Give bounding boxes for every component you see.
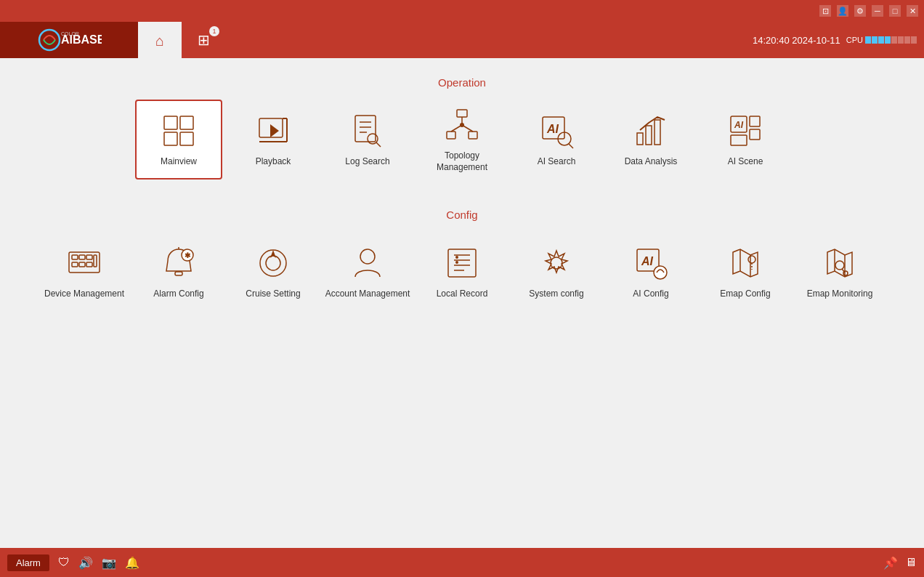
account-management-icon [348, 243, 387, 283]
local-record-icon [442, 243, 482, 283]
header-right: 14:20:40 2024-10-11 CPU [753, 35, 924, 46]
emap-config-icon [726, 243, 765, 283]
system-config-item[interactable]: System config [513, 232, 600, 312]
svg-rect-43 [86, 262, 92, 267]
svg-rect-5 [164, 132, 177, 145]
taskbar: Alarm 🛡 🔊 📷 🔔 📌 🖥 [0, 548, 924, 577]
topology-icon [442, 105, 482, 145]
svg-rect-20 [469, 132, 477, 139]
svg-point-51 [360, 249, 375, 264]
user-icon[interactable]: 👤 [837, 5, 848, 17]
emap-monitoring-item[interactable]: Emap Monitoring [796, 232, 883, 312]
taskbar-left: Alarm 🛡 🔊 📷 🔔 [7, 554, 139, 571]
ai-config-item[interactable]: AI AI Config [607, 232, 694, 312]
svg-point-57 [455, 256, 458, 259]
operation-grid: Mainview Playback Log Search [22, 100, 902, 179]
config-title: Config [22, 209, 902, 221]
grid-icon: ⊞ [198, 31, 210, 49]
data-analysis-icon [631, 111, 670, 150]
account-management-item[interactable]: Account Management [324, 232, 411, 312]
svg-rect-29 [637, 133, 643, 145]
cpu-block-4 [885, 36, 891, 44]
operation-section: Operation Mainview Playback [22, 58, 902, 179]
svg-point-65 [748, 256, 755, 263]
cruise-setting-label: Cruise Setting [246, 288, 300, 300]
cpu-block-6 [898, 36, 904, 44]
header: AIBASE COLOR ⌂ ⊞ 1 14:20:40 2024-10-11 C… [0, 22, 924, 58]
svg-rect-41 [72, 262, 78, 267]
cpu-block-7 [904, 36, 910, 44]
nav-tab-grid[interactable]: ⊞ 1 [182, 22, 225, 58]
svg-text:AI: AI [546, 123, 559, 135]
playback-item[interactable]: Playback [230, 100, 317, 179]
svg-rect-40 [86, 255, 92, 259]
taskbar-sound-icon[interactable]: 🔊 [78, 556, 93, 570]
log-search-item[interactable]: Log Search [324, 100, 411, 179]
cpu-block-3 [878, 36, 884, 44]
taskbar-pin-icon[interactable]: 📌 [883, 556, 898, 570]
data-analysis-item[interactable]: Data Analysis [607, 100, 694, 179]
cpu-block-5 [891, 36, 897, 44]
nav-tab-home[interactable]: ⌂ [138, 22, 182, 58]
svg-line-17 [376, 142, 381, 147]
svg-rect-3 [164, 116, 177, 129]
topology-management-item[interactable]: Topology Management [418, 100, 506, 179]
cpu-block-8 [911, 36, 917, 44]
alarm-config-label: Alarm Config [153, 288, 203, 300]
monitor-icon[interactable]: ⊡ [819, 5, 831, 17]
svg-rect-46 [175, 272, 182, 275]
datetime-label: 14:20:40 2024-10-11 [753, 35, 840, 46]
config-grid: Device Management ✱ Alarm Config Cruise … [22, 232, 902, 312]
cpu-block-2 [872, 36, 878, 44]
ai-scene-item[interactable]: AI AI Scene [702, 100, 789, 179]
titlebar: ⊡ 👤 ⚙ ─ □ ✕ [0, 0, 924, 22]
svg-point-0 [39, 30, 60, 50]
svg-text:AI: AI [641, 255, 654, 267]
svg-rect-38 [72, 255, 78, 259]
svg-rect-34 [750, 129, 760, 140]
svg-line-28 [569, 144, 573, 148]
ai-search-label: AI Search [538, 156, 576, 168]
account-management-label: Account Management [325, 288, 410, 300]
taskbar-bell-icon[interactable]: 🔔 [125, 556, 139, 570]
svg-rect-39 [79, 255, 85, 259]
main-content: Operation Mainview Playback [0, 58, 924, 577]
taskbar-shield-icon[interactable]: 🛡 [58, 556, 70, 569]
svg-point-69 [835, 261, 844, 270]
settings-icon[interactable]: ⚙ [854, 5, 866, 17]
svg-rect-42 [79, 262, 85, 267]
ai-search-icon: AI [537, 111, 576, 150]
alarm-config-icon: ✱ [159, 243, 198, 283]
taskbar-camera-icon[interactable]: 📷 [102, 556, 116, 570]
minimize-button[interactable]: ─ [872, 5, 883, 17]
alarm-config-item[interactable]: ✱ Alarm Config [135, 232, 222, 312]
svg-text:✱: ✱ [185, 251, 191, 259]
logo-icon: AIBASE COLOR [36, 27, 102, 53]
data-analysis-label: Data Analysis [625, 156, 678, 168]
svg-rect-30 [646, 126, 652, 145]
svg-rect-4 [180, 116, 193, 129]
maximize-button[interactable]: □ [889, 5, 901, 17]
cruise-setting-item[interactable]: Cruise Setting [230, 232, 317, 312]
svg-point-58 [455, 261, 458, 264]
svg-rect-33 [750, 116, 760, 126]
local-record-item[interactable]: Local Record [418, 232, 506, 312]
close-button[interactable]: ✕ [907, 5, 918, 17]
svg-rect-52 [448, 249, 476, 277]
device-management-item[interactable]: Device Management [41, 232, 128, 312]
svg-text:COLOR: COLOR [61, 31, 79, 36]
svg-rect-35 [731, 135, 747, 145]
topology-label: Topology Management [418, 150, 506, 173]
ai-scene-label: AI Scene [728, 156, 763, 168]
playback-label: Playback [256, 156, 291, 168]
emap-config-item[interactable]: Emap Config [702, 232, 789, 312]
taskbar-screen-icon[interactable]: 🖥 [905, 556, 917, 569]
svg-marker-8 [270, 124, 279, 137]
ai-search-item[interactable]: AI AI Search [513, 100, 600, 179]
mainview-item[interactable]: Mainview [135, 100, 222, 179]
ai-scene-icon: AI [726, 111, 765, 150]
svg-rect-19 [447, 132, 455, 139]
emap-monitoring-label: Emap Monitoring [807, 288, 873, 300]
home-icon: ⌂ [155, 33, 164, 49]
alarm-button[interactable]: Alarm [7, 554, 49, 571]
